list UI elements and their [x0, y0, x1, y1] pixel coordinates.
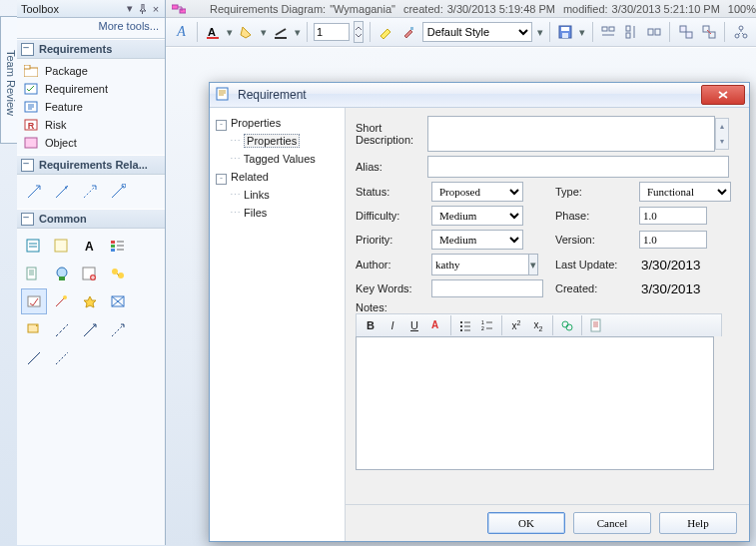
section-requirements[interactable]: Requirements — [17, 39, 165, 59]
collapse-icon[interactable] — [21, 213, 34, 226]
align-icon[interactable] — [621, 21, 640, 43]
common-tool[interactable] — [105, 261, 131, 286]
font-color-button[interactable]: A — [426, 315, 446, 335]
align-icon[interactable] — [644, 21, 663, 43]
common-tool[interactable] — [21, 316, 47, 342]
common-tool[interactable] — [49, 233, 75, 259]
relation-tool[interactable] — [77, 179, 103, 205]
keywords-input[interactable] — [431, 279, 543, 297]
relation-tool[interactable] — [21, 179, 47, 205]
notes-textarea[interactable] — [356, 336, 714, 470]
tree-node-tagged-values[interactable]: ⋯ Tagged Values — [230, 150, 341, 168]
close-icon[interactable]: × — [151, 4, 161, 14]
common-tool[interactable] — [105, 288, 131, 314]
common-tool[interactable] — [49, 261, 75, 286]
section-relations[interactable]: Requirements Rela... — [17, 155, 165, 175]
common-tool[interactable] — [77, 261, 103, 286]
status-select[interactable]: Proposed — [431, 182, 523, 202]
brush-icon[interactable] — [399, 21, 418, 43]
collapse-icon[interactable] — [21, 43, 34, 56]
type-label: Type: — [555, 186, 627, 198]
fill-color-icon[interactable] — [238, 21, 257, 43]
collapse-icon[interactable]: - — [216, 120, 227, 131]
toolbox-item-object[interactable]: Object — [19, 134, 163, 152]
priority-select[interactable]: Medium — [431, 230, 523, 250]
dialog-titlebar[interactable]: Requirement — [210, 83, 749, 108]
section-common[interactable]: Common — [17, 209, 165, 229]
common-tool[interactable] — [77, 288, 103, 314]
layout-icon[interactable] — [731, 21, 750, 43]
cancel-button[interactable]: Cancel — [573, 512, 651, 534]
scrollbar[interactable]: ▴▾ — [715, 118, 729, 150]
common-tool[interactable]: A — [77, 233, 103, 259]
common-tool[interactable] — [49, 316, 75, 342]
font-color-icon[interactable]: A — [204, 21, 223, 43]
relations-grid — [17, 175, 165, 209]
common-tool[interactable] — [49, 288, 75, 314]
pin-icon[interactable] — [138, 4, 148, 14]
type-select[interactable]: Functional — [639, 182, 731, 202]
common-tool[interactable] — [21, 261, 47, 286]
dropdown-icon[interactable]: ▾ — [536, 22, 543, 42]
italic-button[interactable]: I — [382, 315, 402, 335]
common-tool[interactable] — [105, 316, 131, 342]
dropdown-icon[interactable]: ▾ — [579, 22, 586, 42]
line-width-input[interactable] — [314, 23, 350, 41]
toolbox-item-feature[interactable]: Feature — [19, 98, 163, 116]
line-color-icon[interactable] — [271, 21, 290, 43]
align-icon[interactable] — [598, 21, 617, 43]
underline-button[interactable]: U — [404, 315, 424, 335]
alias-input[interactable] — [427, 156, 729, 178]
highlighter-icon[interactable] — [377, 21, 395, 43]
ungroup-icon[interactable] — [699, 21, 718, 43]
common-tool[interactable] — [21, 288, 47, 314]
close-button[interactable] — [701, 85, 745, 105]
dropdown-icon[interactable]: ▾ — [261, 22, 268, 42]
bullets-button[interactable] — [455, 315, 475, 335]
common-tool[interactable] — [21, 344, 47, 370]
tree-node-links[interactable]: ⋯ Links — [230, 186, 341, 204]
tree-node-properties[interactable]: -Properties — [216, 114, 341, 132]
common-tool[interactable] — [21, 233, 47, 259]
bold-button[interactable]: B — [361, 315, 380, 335]
relation-tool[interactable] — [49, 179, 75, 205]
version-input[interactable] — [639, 231, 707, 249]
dropdown-icon[interactable]: ▾ — [125, 4, 135, 14]
collapse-icon[interactable]: - — [216, 174, 227, 185]
team-review-tab[interactable]: Team Review — [0, 16, 18, 144]
phase-input[interactable] — [639, 207, 707, 225]
spinner-buttons[interactable] — [354, 21, 364, 43]
author-input[interactable] — [431, 254, 529, 275]
common-tool[interactable] — [105, 233, 131, 259]
more-tools-link[interactable]: More tools... — [17, 18, 165, 39]
font-icon[interactable]: A — [172, 21, 191, 43]
ok-button[interactable]: OK — [487, 512, 565, 534]
superscript-button[interactable]: x2 — [506, 315, 526, 335]
toolbox-item-risk[interactable]: R Risk — [19, 116, 163, 134]
common-tool[interactable] — [77, 316, 103, 342]
tree-node-files[interactable]: ⋯ Files — [230, 204, 341, 222]
hyperlink-button[interactable] — [557, 315, 577, 335]
document-button[interactable] — [586, 315, 606, 335]
dropdown-icon[interactable]: ▾ — [294, 22, 301, 42]
common-tool[interactable] — [49, 344, 75, 370]
difficulty-select[interactable]: Medium — [431, 206, 523, 226]
dropdown-icon[interactable]: ▾ — [529, 254, 538, 275]
numbers-button[interactable]: 12 — [477, 315, 497, 335]
help-button[interactable]: Help — [659, 512, 737, 534]
relation-tool[interactable] — [105, 179, 131, 205]
collapse-icon[interactable] — [21, 159, 34, 172]
group-icon[interactable] — [676, 21, 695, 43]
tree-node-properties-child[interactable]: ⋯ Properties — [230, 132, 341, 150]
subscript-button[interactable]: x2 — [528, 315, 548, 335]
short-desc-input[interactable] — [427, 116, 715, 152]
toolbox-item-requirement[interactable]: Requirement — [19, 80, 163, 98]
style-select[interactable]: Default Style — [422, 22, 533, 42]
separator — [581, 315, 582, 335]
save-icon[interactable] — [556, 21, 575, 43]
dropdown-icon[interactable]: ▾ — [227, 22, 234, 42]
tree-node-related[interactable]: -Related — [216, 168, 341, 186]
toolbox-header: Toolbox ▾ × — [17, 0, 165, 18]
toolbox-item-package[interactable]: Package — [19, 62, 163, 80]
separator — [669, 22, 670, 42]
